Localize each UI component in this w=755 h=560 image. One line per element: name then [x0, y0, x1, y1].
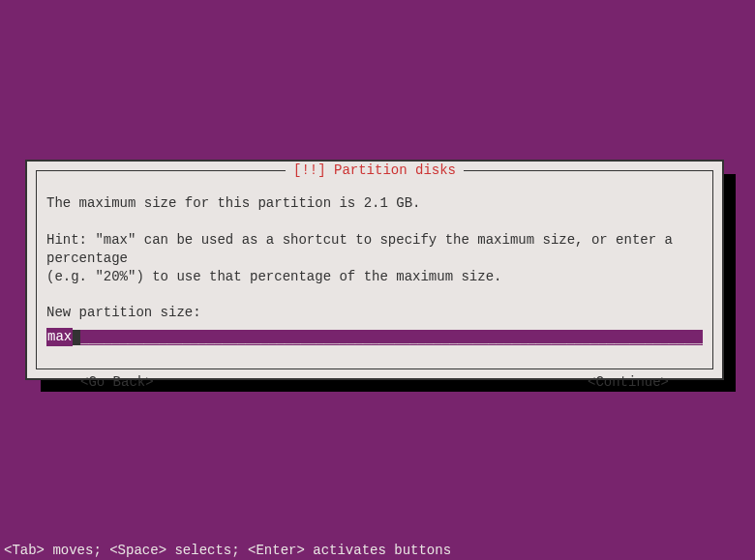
partition-size-input[interactable]: max_____________________________________…	[46, 328, 703, 346]
go-back-button[interactable]: <Go Back>	[80, 373, 154, 392]
hint-text-1: Hint: "max" can be used as a shortcut to…	[46, 231, 703, 268]
input-value: max	[46, 328, 73, 346]
input-cursor	[73, 330, 80, 345]
dialog-border: [!!] Partition disks The maximum size fo…	[36, 170, 713, 369]
prompt-label: New partition size:	[46, 304, 703, 322]
dialog-content: The maximum size for this partition is 2…	[37, 171, 712, 403]
status-bar: <Tab> moves; <Space> selects; <Enter> ac…	[4, 543, 451, 558]
input-fill: ________________________________________…	[80, 330, 703, 345]
continue-button[interactable]: <Continue>	[588, 373, 669, 392]
button-row: <Go Back> <Continue>	[46, 373, 703, 392]
dialog-title: [!!] Partition disks	[286, 162, 464, 178]
partition-dialog: [!!] Partition disks The maximum size fo…	[25, 160, 724, 380]
hint-text-2: (e.g. "20%") to use that percentage of t…	[46, 268, 703, 286]
max-size-text: The maximum size for this partition is 2…	[46, 194, 703, 213]
